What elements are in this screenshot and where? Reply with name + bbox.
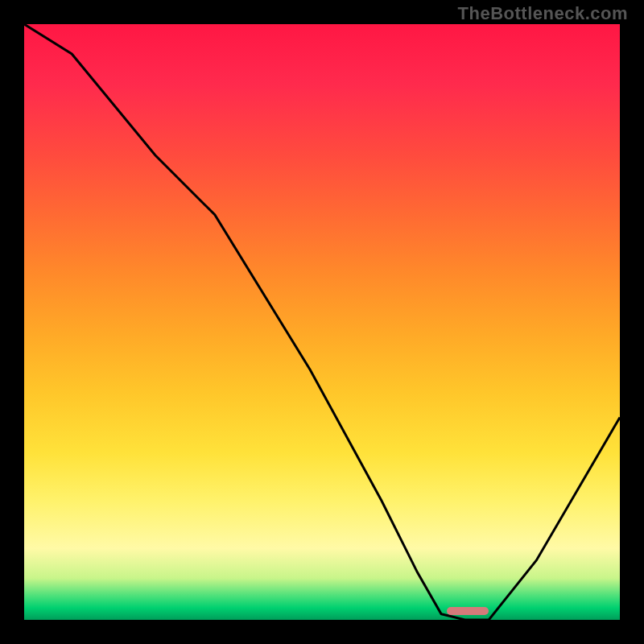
chart-frame: TheBottleneck.com [0,0,644,644]
watermark-text: TheBottleneck.com [458,3,628,24]
optimal-marker [447,607,489,615]
plot-area [24,24,620,620]
curve-path [24,24,620,620]
bottleneck-curve [24,24,620,620]
